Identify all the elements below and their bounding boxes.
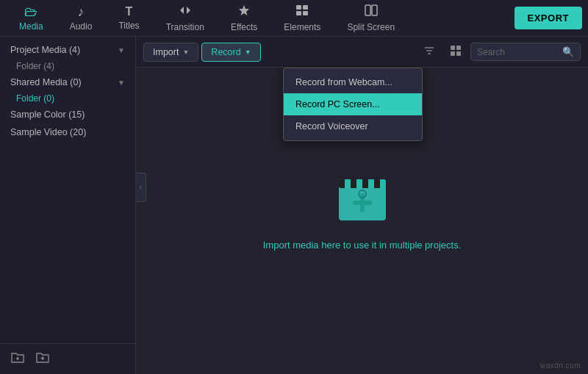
svg-rect-14 [451, 51, 455, 56]
svg-rect-13 [456, 46, 461, 50]
dropdown-item-pc-screen[interactable]: Record PC Screen... [284, 93, 422, 115]
content-area: Import ▼ Record ▼ [136, 37, 588, 374]
nav-item-media[interactable]: 🗁 Media [6, 0, 57, 36]
nav-label-media: Media [19, 21, 43, 32]
record-button[interactable]: Record ▼ [201, 43, 260, 62]
nav-item-splitscreen[interactable]: Split Screen [334, 0, 408, 36]
sidebar-item-shared-media[interactable]: Shared Media (0) ▼ [0, 73, 135, 91]
main-layout: Project Media (4) ▼ Folder (4) Shared Me… [0, 37, 588, 374]
sidebar-label-project-media: Project Media (4) [10, 45, 80, 55]
sidebar-sub-folder-project[interactable]: Folder (4) [0, 59, 135, 73]
effects-icon [237, 4, 251, 19]
nav-label-splitscreen: Split Screen [347, 22, 395, 32]
import-label: Import [153, 47, 179, 57]
nav-item-elements[interactable]: Elements [270, 0, 334, 36]
svg-rect-19 [339, 179, 345, 188]
nav-item-effects[interactable]: Effects [218, 0, 270, 36]
sidebar-folder-shared-label: Folder (0) [16, 93, 54, 104]
svg-rect-3 [296, 11, 301, 15]
sidebar-item-sample-color[interactable]: Sample Color (15) [0, 106, 135, 123]
import-button[interactable]: Import ▼ [143, 43, 198, 62]
record-dropdown-menu: Record from Webcam... Record PC Screen..… [283, 68, 423, 141]
svg-rect-2 [303, 5, 308, 10]
nav-label-effects: Effects [231, 22, 257, 32]
export-button[interactable]: EXPORT [514, 7, 582, 29]
dropdown-item-voiceover[interactable]: Record Voiceover [284, 115, 422, 137]
search-input[interactable] [477, 47, 558, 57]
nav-label-transition: Transition [166, 22, 204, 32]
toolbar: Import ▼ Record ▼ [136, 37, 588, 68]
sidebar-label-shared-media: Shared Media (0) [10, 77, 82, 87]
filter-icon[interactable] [417, 41, 441, 63]
nav-item-audio[interactable]: ♪ Audio [57, 0, 106, 36]
sidebar-item-project-media[interactable]: Project Media (4) ▼ [0, 41, 135, 59]
svg-rect-21 [362, 179, 368, 188]
titles-icon: T [126, 6, 133, 18]
search-icon: 🔍 [562, 46, 574, 57]
record-chevron-icon: ▼ [245, 48, 251, 56]
svg-rect-6 [372, 5, 377, 15]
grid-view-icon[interactable] [444, 41, 467, 63]
chevron-icon-2: ▼ [118, 79, 125, 87]
sidebar-sub-folder-shared[interactable]: Folder (0) [0, 91, 135, 106]
nav-label-audio: Audio [70, 21, 93, 32]
svg-rect-1 [296, 5, 301, 10]
media-icon: 🗁 [24, 5, 37, 18]
svg-rect-22 [374, 179, 380, 188]
nav-item-transition[interactable]: Transition [153, 0, 218, 36]
record-label: Record [211, 47, 240, 57]
elements-icon [295, 4, 309, 19]
sidebar-collapse-handle[interactable]: ‹ [136, 173, 146, 202]
clapperboard-illustration [333, 169, 392, 226]
nav-label-titles: Titles [118, 21, 139, 31]
nav-item-titles[interactable]: T Titles [105, 0, 152, 36]
sidebar-item-sample-video[interactable]: Sample Video (20) [0, 123, 135, 141]
import-chevron-icon: ▼ [182, 48, 189, 56]
top-navigation: 🗁 Media ♪ Audio T Titles Transition Effe… [0, 0, 588, 37]
svg-rect-20 [351, 179, 356, 188]
svg-marker-0 [239, 5, 249, 15]
sidebar: Project Media (4) ▼ Folder (4) Shared Me… [0, 37, 136, 374]
sidebar-folder-label: Folder (4) [16, 61, 54, 71]
sidebar-label-sample-color: Sample Color (15) [10, 109, 85, 120]
svg-rect-15 [456, 51, 461, 56]
sidebar-label-sample-video: Sample Video (20) [10, 127, 86, 137]
svg-rect-4 [303, 11, 308, 15]
watermark: waxdn.com [540, 362, 581, 370]
new-folder-icon[interactable] [10, 350, 25, 368]
transition-icon [178, 4, 193, 19]
svg-rect-5 [365, 5, 370, 15]
dropdown-item-webcam[interactable]: Record from Webcam... [284, 71, 422, 93]
nav-label-elements: Elements [284, 22, 320, 32]
import-folder-icon[interactable] [35, 350, 50, 368]
splitscreen-icon [364, 4, 379, 19]
search-box: 🔍 [470, 43, 581, 61]
chevron-icon: ▼ [118, 46, 125, 54]
audio-icon: ♪ [78, 5, 85, 18]
svg-rect-12 [451, 46, 455, 50]
empty-state-text: Import media here to use it in multiple … [263, 240, 462, 251]
